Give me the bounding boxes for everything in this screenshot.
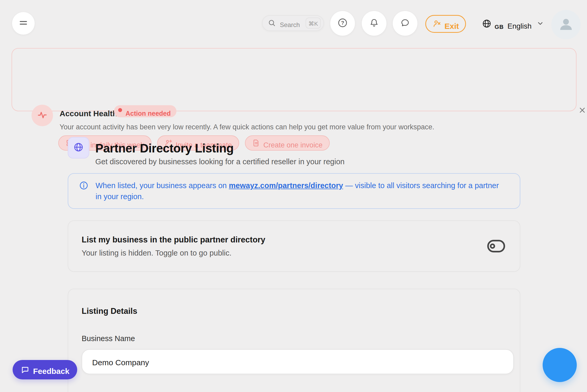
country-code: GB	[495, 24, 504, 30]
directory-toggle-card: List my business in the public partner d…	[68, 220, 520, 272]
chat-widget-button[interactable]	[543, 348, 577, 382]
help-button[interactable]: ?	[330, 11, 355, 36]
alert-dot	[118, 108, 122, 112]
hamburger-icon	[18, 18, 29, 29]
person-icon	[557, 15, 575, 34]
listing-details-card: Listing Details Business Name Contact Em…	[68, 289, 520, 392]
exit-button[interactable]: Exit	[425, 15, 466, 33]
directory-visibility-toggle[interactable]	[487, 240, 505, 252]
menu-button[interactable]	[12, 12, 35, 35]
language-selector[interactable]: GB English	[481, 16, 544, 31]
toggle-card-subtitle: Your listing is hidden. Toggle on to go …	[82, 249, 265, 257]
exit-label: Exit	[444, 22, 459, 31]
search-input[interactable]	[280, 18, 305, 29]
search-shortcut-badge: ⌘K	[306, 18, 321, 29]
chevron-down-icon	[536, 20, 544, 28]
directory-link[interactable]: mewayz.com/partners/directory	[229, 181, 343, 190]
info-icon	[79, 181, 89, 192]
banner-close-button[interactable]	[575, 103, 587, 118]
status-badge: Action needed	[114, 105, 176, 117]
close-icon	[578, 106, 586, 115]
toggle-card-text: List my business in the public partner d…	[82, 235, 265, 257]
globe-icon	[481, 18, 492, 29]
feedback-label: Feedback	[33, 367, 69, 376]
person-x-icon	[432, 19, 442, 29]
info-banner: When listed, your business appears on me…	[68, 173, 520, 209]
search-icon	[268, 19, 276, 27]
banner-description: Your account activity has been very low …	[60, 123, 434, 131]
invoice-file-icon	[252, 139, 260, 147]
page-title: Partner Directory Listing	[95, 141, 234, 155]
status-badge-label: Action needed	[125, 110, 171, 117]
create-invoice-label: Create one invoice	[263, 141, 322, 149]
feedback-button[interactable]: Feedback	[13, 360, 77, 379]
page-subtitle: Get discovered by businesses looking for…	[95, 157, 344, 166]
notifications-button[interactable]	[362, 11, 386, 36]
banner-title: Account Health	[60, 109, 117, 118]
language-label: English	[507, 22, 532, 30]
search-bar[interactable]: ⌘K	[262, 15, 324, 31]
activity-pulse-icon	[36, 109, 48, 122]
health-icon-circle	[32, 105, 53, 126]
listing-details-title: Listing Details	[82, 306, 505, 316]
business-name-label: Business Name	[82, 334, 505, 343]
toggle-knob	[490, 243, 495, 249]
question-icon: ?	[337, 17, 349, 30]
feedback-chat-icon	[20, 365, 29, 374]
chat-bubble-icon	[399, 17, 411, 30]
chat-button[interactable]	[393, 11, 417, 36]
info-text-before: When listed, your business appears on	[96, 181, 229, 190]
app-root: ⌘K ? Exit GB English	[0, 0, 587, 392]
info-text: When listed, your business appears on me…	[96, 180, 504, 202]
svg-text:?: ?	[341, 20, 344, 26]
page-icon-tile	[68, 137, 89, 158]
account-health-banner: Account Health Action needed Your accoun…	[12, 48, 576, 111]
globe-purple-icon	[72, 141, 85, 154]
toggle-card-title: List my business in the public partner d…	[82, 235, 265, 245]
avatar[interactable]	[551, 10, 581, 39]
create-invoice-button[interactable]: Create one invoice	[245, 135, 330, 151]
bell-icon	[368, 17, 380, 30]
business-name-input[interactable]	[82, 349, 514, 374]
